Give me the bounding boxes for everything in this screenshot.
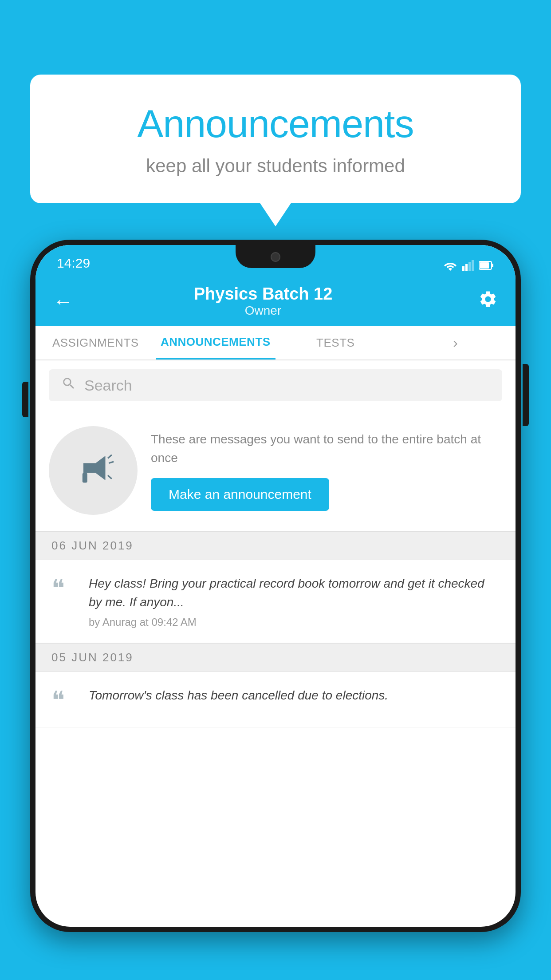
promo-content: These are messages you want to send to t… — [151, 430, 500, 511]
battery-icon — [479, 261, 494, 270]
phone-notch — [236, 245, 315, 268]
tab-more[interactable]: › — [396, 326, 516, 360]
svg-rect-0 — [462, 266, 464, 271]
announcement-item-1[interactable]: ❝ Hey class! Bring your practical record… — [35, 560, 516, 643]
phone-screen: 14:29 — [35, 245, 516, 927]
search-icon — [61, 376, 76, 395]
promo-icon-circle — [49, 426, 138, 515]
user-role: Owner — [48, 304, 478, 318]
megaphone-icon — [69, 446, 118, 495]
search-container: Search — [35, 360, 516, 410]
announcements-hero-title: Announcements — [57, 101, 494, 146]
status-icons — [444, 260, 494, 271]
app-bar-title-area: Physics Batch 12 Owner — [48, 285, 478, 318]
announcements-hero-subtitle: keep all your students informed — [57, 155, 494, 177]
phone-mockup: 14:29 — [30, 240, 521, 980]
phone-outer-shell: 14:29 — [30, 240, 521, 932]
tab-announcements[interactable]: ANNOUNCEMENTS — [156, 326, 276, 360]
svg-line-8 — [109, 462, 114, 463]
announcement-content-1: Hey class! Bring your practical record b… — [89, 574, 500, 628]
quote-icon-1: ❝ — [51, 576, 78, 628]
promo-description: These are messages you want to send to t… — [151, 430, 500, 467]
quote-icon-2: ❝ — [51, 688, 78, 713]
speech-bubble-section: Announcements keep all your students inf… — [30, 75, 521, 203]
date-separator-1: 06 JUN 2019 — [35, 531, 516, 560]
tab-assignments[interactable]: ASSIGNMENTS — [35, 326, 156, 360]
announcement-text-1: Hey class! Bring your practical record b… — [89, 574, 500, 612]
announcement-item-2[interactable]: ❝ Tomorrow's class has been cancelled du… — [35, 672, 516, 727]
svg-rect-2 — [468, 262, 471, 271]
signal-icon — [462, 260, 474, 271]
svg-rect-3 — [472, 260, 474, 271]
search-bar[interactable]: Search — [49, 369, 502, 401]
date-separator-2: 05 JUN 2019 — [35, 643, 516, 672]
announcement-promo-section: These are messages you want to send to t… — [35, 410, 516, 531]
svg-rect-6 — [480, 262, 489, 269]
svg-rect-5 — [492, 264, 493, 267]
speech-bubble-card: Announcements keep all your students inf… — [30, 75, 521, 203]
status-time: 14:29 — [57, 256, 90, 271]
settings-icon[interactable] — [478, 289, 498, 313]
tab-bar: ASSIGNMENTS ANNOUNCEMENTS TESTS › — [35, 326, 516, 360]
front-camera — [271, 252, 280, 262]
announcement-content-2: Tomorrow's class has been cancelled due … — [89, 686, 500, 713]
announcement-text-2: Tomorrow's class has been cancelled due … — [89, 686, 500, 705]
announcement-author-1: by Anurag at 09:42 AM — [89, 616, 500, 628]
svg-line-9 — [108, 475, 112, 479]
svg-rect-10 — [83, 473, 87, 483]
wifi-icon — [444, 260, 457, 271]
search-placeholder: Search — [84, 377, 132, 394]
batch-name: Physics Batch 12 — [48, 285, 478, 304]
svg-rect-1 — [465, 264, 468, 271]
tab-tests[interactable]: TESTS — [276, 326, 396, 360]
make-announcement-button[interactable]: Make an announcement — [151, 478, 329, 511]
svg-line-7 — [108, 455, 112, 458]
app-bar: ← Physics Batch 12 Owner — [35, 277, 516, 326]
